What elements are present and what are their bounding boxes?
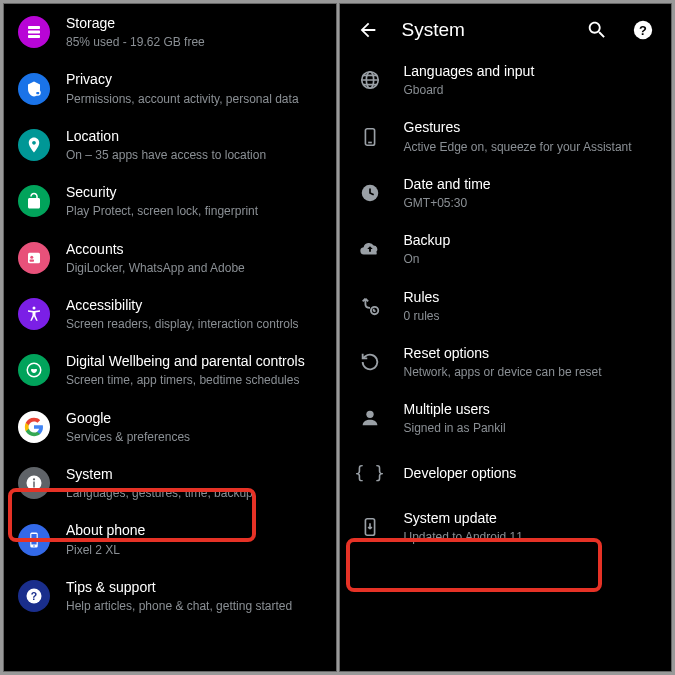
language-icon [356, 66, 384, 94]
row-sub: On [404, 251, 451, 267]
row-label: Tips & support [66, 578, 292, 596]
settings-item-location[interactable]: Location On – 35 apps have access to loc… [4, 117, 336, 173]
row-sub: Network, apps or device can be reset [404, 364, 602, 380]
row-label: Storage [66, 14, 205, 32]
row-label: Languages and input [404, 62, 535, 80]
clock-icon [356, 179, 384, 207]
svg-point-25 [366, 411, 373, 418]
settings-item-wellbeing[interactable]: Digital Wellbeing and parental controls … [4, 342, 336, 398]
system-item-language[interactable]: Languages and input Gboard [340, 52, 672, 108]
row-sub: Pixel 2 XL [66, 542, 145, 558]
security-icon [18, 185, 50, 217]
search-button[interactable] [585, 18, 609, 42]
row-label: System update [404, 509, 523, 527]
settings-screen: Storage 85% used - 19.62 GB free Privacy… [3, 3, 337, 672]
dev-icon: { } [356, 459, 384, 487]
users-icon [356, 404, 384, 432]
google-icon [18, 411, 50, 443]
help-button[interactable]: ? [631, 18, 655, 42]
row-label: Rules [404, 288, 440, 306]
svg-point-15 [33, 545, 35, 547]
gesture-icon [356, 123, 384, 151]
row-sub: Gboard [404, 82, 535, 98]
reset-icon [356, 348, 384, 376]
svg-point-8 [33, 307, 36, 310]
settings-item-privacy[interactable]: Privacy Permissions, account activity, p… [4, 60, 336, 116]
row-label: Accounts [66, 240, 245, 258]
privacy-icon [18, 73, 50, 105]
row-label: Backup [404, 231, 451, 249]
row-sub: 85% used - 19.62 GB free [66, 34, 205, 50]
row-sub: GMT+05:30 [404, 195, 491, 211]
system-item-developer[interactable]: { } Developer options [340, 447, 672, 499]
row-label: Location [66, 127, 266, 145]
row-label: Developer options [404, 464, 517, 482]
row-sub: 0 rules [404, 308, 440, 324]
settings-item-about[interactable]: About phone Pixel 2 XL [4, 511, 336, 567]
settings-item-accessibility[interactable]: Accessibility Screen readers, display, i… [4, 286, 336, 342]
row-sub: Services & preferences [66, 429, 190, 445]
row-label: Multiple users [404, 400, 506, 418]
row-label: About phone [66, 521, 145, 539]
row-sub: Languages, gestures, time, backup [66, 485, 253, 501]
accessibility-icon [18, 298, 50, 330]
svg-rect-1 [28, 26, 40, 29]
backup-icon [356, 235, 384, 263]
location-icon [18, 129, 50, 161]
row-sub: Active Edge on, squeeze for your Assista… [404, 139, 632, 155]
row-label: Accessibility [66, 296, 299, 314]
system-icon [18, 467, 50, 499]
system-item-datetime[interactable]: Date and time GMT+05:30 [340, 165, 672, 221]
about-icon [18, 524, 50, 556]
svg-rect-2 [28, 35, 40, 38]
system-item-backup[interactable]: Backup On [340, 221, 672, 277]
accounts-icon [18, 242, 50, 274]
svg-rect-4 [36, 92, 39, 94]
row-sub: Screen time, app timers, bedtime schedul… [66, 372, 305, 388]
system-item-users[interactable]: Multiple users Signed in as Pankil [340, 390, 672, 446]
svg-point-12 [33, 478, 35, 480]
system-item-update[interactable]: System update Updated to Android 11 [340, 499, 672, 555]
svg-rect-11 [33, 482, 35, 488]
update-icon [356, 513, 384, 541]
settings-item-storage[interactable]: Storage 85% used - 19.62 GB free [4, 4, 336, 60]
back-button[interactable] [356, 18, 380, 42]
svg-rect-7 [30, 259, 35, 261]
svg-rect-14 [31, 534, 36, 545]
settings-item-tips[interactable]: ? Tips & support Help articles, phone & … [4, 568, 336, 624]
svg-point-6 [30, 255, 33, 258]
settings-item-system[interactable]: System Languages, gestures, time, backup [4, 455, 336, 511]
row-label: System [66, 465, 253, 483]
row-sub: Play Protect, screen lock, fingerprint [66, 203, 258, 219]
row-label: Date and time [404, 175, 491, 193]
help-icon: ? [18, 580, 50, 612]
row-label: Google [66, 409, 190, 427]
row-sub: Signed in as Pankil [404, 420, 506, 436]
rules-icon [356, 292, 384, 320]
row-sub: On – 35 apps have access to location [66, 147, 266, 163]
svg-text:?: ? [639, 23, 647, 38]
system-item-reset[interactable]: Reset options Network, apps or device ca… [340, 334, 672, 390]
system-item-rules[interactable]: Rules 0 rules [340, 278, 672, 334]
row-sub: Help articles, phone & chat, getting sta… [66, 598, 292, 614]
system-screen: System ? Languages and input Gboard Gest… [339, 3, 673, 672]
row-sub: Permissions, account activity, personal … [66, 91, 299, 107]
row-label: Privacy [66, 70, 299, 88]
settings-item-security[interactable]: Security Play Protect, screen lock, fing… [4, 173, 336, 229]
row-label: Digital Wellbeing and parental controls [66, 352, 305, 370]
row-label: Gestures [404, 118, 632, 136]
page-title: System [402, 19, 564, 41]
row-sub: Updated to Android 11 [404, 529, 523, 545]
wellbeing-icon [18, 354, 50, 386]
system-item-gestures[interactable]: Gestures Active Edge on, squeeze for you… [340, 108, 672, 164]
row-sub: DigiLocker, WhatsApp and Adobe [66, 260, 245, 276]
row-label: Reset options [404, 344, 602, 362]
settings-item-google[interactable]: Google Services & preferences [4, 399, 336, 455]
svg-rect-0 [28, 31, 40, 34]
row-sub: Screen readers, display, interaction con… [66, 316, 299, 332]
settings-item-accounts[interactable]: Accounts DigiLocker, WhatsApp and Adobe [4, 230, 336, 286]
row-label: Security [66, 183, 258, 201]
svg-rect-5 [28, 252, 40, 263]
storage-icon [18, 16, 50, 48]
svg-text:?: ? [31, 590, 37, 602]
